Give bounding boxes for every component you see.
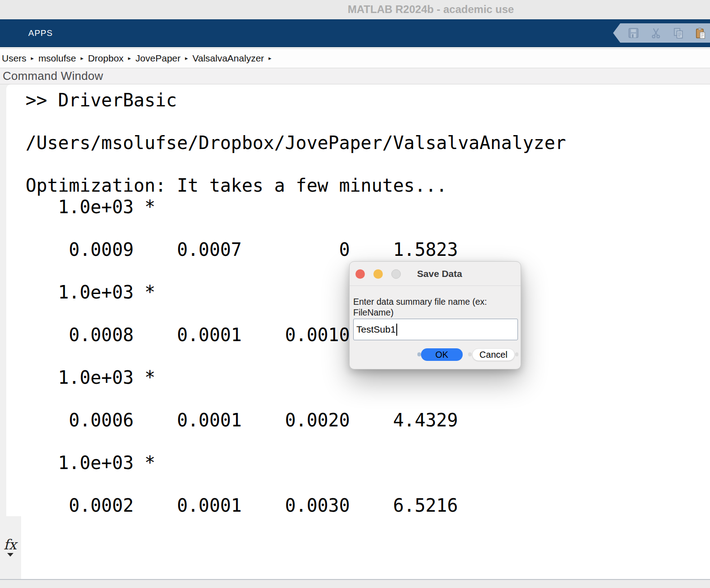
filename-input-value: TestSub1 xyxy=(356,324,396,335)
copy-button[interactable] xyxy=(671,26,685,40)
command-window-gutter xyxy=(0,84,6,579)
filename-input[interactable]: TestSub1 xyxy=(353,319,518,340)
dialog-prompt-line1: Enter data summary file name (ex: xyxy=(353,297,506,307)
chevron-right-icon: ▸ xyxy=(31,55,34,61)
save-icon xyxy=(627,27,640,39)
matlab-window: MATLAB R2024b - academic use APPS xyxy=(0,0,710,588)
cut-icon xyxy=(650,27,662,39)
cancel-button[interactable]: Cancel xyxy=(472,348,515,361)
chevron-right-icon: ▸ xyxy=(80,55,83,61)
dialog-prompt-line2: FileName) xyxy=(353,307,506,318)
breadcrumb: Users ▸ msolufse ▸ Dropbox ▸ JovePaper ▸… xyxy=(0,49,710,68)
text-cursor xyxy=(396,324,397,336)
command-window-header: Command Window xyxy=(0,68,710,84)
panel-title: Command Window xyxy=(3,69,103,83)
caret-down-icon xyxy=(7,553,13,557)
chevron-right-icon: ▸ xyxy=(185,55,188,61)
save-data-dialog: Save Data Enter data summary file name (… xyxy=(349,261,521,369)
ribbon-toolbar: APPS xyxy=(0,19,710,47)
window-titlebar[interactable]: MATLAB R2024b - academic use xyxy=(0,0,710,19)
breadcrumb-item-jovepaper[interactable]: JovePaper xyxy=(136,53,180,64)
fx-button[interactable]: fx xyxy=(4,537,20,562)
window-title: MATLAB R2024b - academic use xyxy=(348,0,514,18)
fx-icon: fx xyxy=(4,537,20,552)
quick-access-toolbar xyxy=(613,23,710,43)
breadcrumb-item-dropbox[interactable]: Dropbox xyxy=(88,53,123,64)
copy-icon xyxy=(672,27,684,39)
button-halo-dash xyxy=(417,352,421,356)
dialog-titlebar[interactable]: Save Data xyxy=(350,262,521,286)
button-halo-dash xyxy=(515,352,518,356)
chevron-right-icon: ▸ xyxy=(268,55,272,61)
tab-apps[interactable]: APPS xyxy=(28,19,53,47)
button-halo-dash xyxy=(468,352,472,356)
breadcrumb-item-valsalvaanalyzer[interactable]: ValsalvaAnalyzer xyxy=(193,53,264,64)
paste-icon xyxy=(694,27,707,39)
ok-button[interactable]: OK xyxy=(421,348,463,361)
breadcrumb-item-users[interactable]: Users xyxy=(2,53,26,64)
status-strip xyxy=(0,579,710,588)
dialog-title: Save Data xyxy=(350,262,521,286)
paste-button[interactable] xyxy=(694,26,707,40)
save-button[interactable] xyxy=(627,26,640,40)
breadcrumb-item-msolufse[interactable]: msolufse xyxy=(38,53,76,64)
chevron-right-icon: ▸ xyxy=(128,55,131,61)
dialog-prompt: Enter data summary file name (ex: FileNa… xyxy=(353,297,506,318)
cut-button[interactable] xyxy=(649,26,662,40)
